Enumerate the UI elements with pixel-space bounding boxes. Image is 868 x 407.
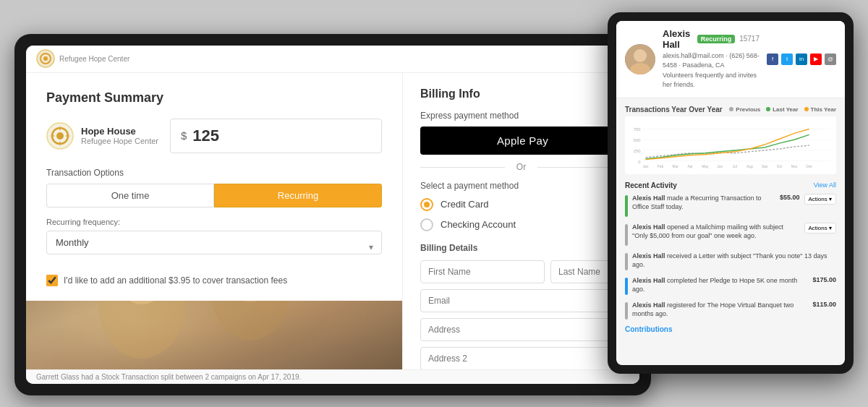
email-row xyxy=(420,289,622,312)
crm-social-icons: f t in ▶ @ xyxy=(767,53,836,65)
contributions-link[interactable]: Contributions xyxy=(625,325,836,333)
legend-previous: Previous xyxy=(729,106,760,113)
svg-text:250: 250 xyxy=(634,148,642,153)
checking-account-method[interactable]: Checking Account xyxy=(420,218,622,231)
recurring-freq-wrapper: Monthly xyxy=(46,231,382,265)
svg-text:500: 500 xyxy=(634,138,642,142)
fee-checkbox-row: I'd like to add an additional $3.95 to c… xyxy=(46,275,382,286)
linkedin-icon[interactable]: in xyxy=(796,53,807,65)
amount-box[interactable]: $ 125 xyxy=(170,119,382,153)
activity-item: Alexis Hall made a Recurring Transaction… xyxy=(625,194,836,217)
chart-area: 750 500 250 0 Jan Feb Mar Apr May Jun Ju… xyxy=(625,116,836,174)
recurring-badge: Recurring xyxy=(697,35,736,43)
address2-input[interactable] xyxy=(420,347,622,369)
front-screen: Alexis Hall Recurring 15717 alexis.hall@… xyxy=(616,21,845,365)
apple-pay-button[interactable]: Apple Pay xyxy=(420,127,622,155)
activity-text-wrap: Alexis Hall received a Letter with subje… xyxy=(632,252,836,270)
activity-bar-gray xyxy=(625,224,628,246)
crm-volunteer-note: Volunteers frequently and invites her fr… xyxy=(663,71,760,90)
legend-dot-last-year xyxy=(766,107,770,111)
transaction-options-label: Transaction Options xyxy=(46,168,382,178)
crm-header: Alexis Hall Recurring 15717 alexis.hall@… xyxy=(616,21,845,98)
org-name: Hope House xyxy=(81,126,158,137)
avatar-illustration xyxy=(625,44,655,74)
org-text: Hope House Refugee Hope Center xyxy=(81,126,158,145)
fee-checkbox[interactable] xyxy=(46,275,58,286)
org-amount-row: Hope House Refugee Hope Center $ 125 xyxy=(46,119,382,153)
activity-amount: $115.00 xyxy=(812,301,836,308)
activity-item: Alexis Hall registered for The Hope Virt… xyxy=(625,301,836,320)
activity-text: Alexis Hall completed her Pledge to Hope… xyxy=(632,276,808,294)
payment-form: Payment Summary xyxy=(26,73,402,301)
activity-bar-gray3 xyxy=(625,302,628,320)
back-content: Payment Summary xyxy=(26,73,639,369)
actions-button[interactable]: Actions ▾ xyxy=(804,194,836,205)
recent-activity: Recent Activity View All Alexis Hall mad… xyxy=(625,181,836,333)
back-footer: Garrett Glass had a Stock Transaction sp… xyxy=(26,369,639,384)
activity-item: Alexis Hall received a Letter with subje… xyxy=(625,252,836,270)
activity-text-wrap: Alexis Hall opened a Mailchimp mailing w… xyxy=(632,223,800,241)
checking-account-radio[interactable] xyxy=(420,218,433,231)
crm-name: Alexis Hall xyxy=(663,28,693,50)
payment-methods: Credit Card Checking Account xyxy=(420,198,622,231)
svg-text:Jun: Jun xyxy=(717,165,723,168)
recurring-freq-label: Recurring frequency: xyxy=(46,218,382,226)
activity-text: Alexis Hall opened a Mailchimp mailing w… xyxy=(632,223,800,241)
svg-text:Feb: Feb xyxy=(658,165,664,168)
first-name-input[interactable] xyxy=(420,260,545,283)
legend-this-year: This Year xyxy=(804,106,836,113)
email-input[interactable] xyxy=(420,289,622,312)
fee-label: I'd like to add an additional $3.95 to c… xyxy=(64,275,287,286)
svg-point-2 xyxy=(43,56,48,61)
payment-panel: Payment Summary xyxy=(26,73,402,369)
twitter-icon[interactable]: t xyxy=(781,53,793,65)
apple-pay-text: Apple Pay xyxy=(497,134,548,147)
activity-bar-green xyxy=(625,195,628,217)
activity-text: Alexis Hall registered for The Hope Virt… xyxy=(632,301,808,319)
select-payment-method-label: Select a payment method xyxy=(420,181,622,191)
activity-text-wrap: Alexis Hall made a Recurring Transaction… xyxy=(632,194,775,212)
credit-card-method[interactable]: Credit Card xyxy=(420,198,622,211)
activity-bar-blue xyxy=(625,278,628,295)
crm-id: 15717 xyxy=(739,35,760,43)
email-icon[interactable]: @ xyxy=(825,53,836,65)
amount-dollar-sign: $ xyxy=(181,129,187,142)
footer-text: Garrett Glass had a Stock Transaction sp… xyxy=(36,373,301,381)
activity-amount: $55.00 xyxy=(780,194,800,201)
svg-point-6 xyxy=(56,132,64,140)
transaction-buttons: One time Recurring xyxy=(46,184,382,207)
svg-text:Jul: Jul xyxy=(733,165,737,168)
logo-text: Refugee Hope Center xyxy=(59,55,129,63)
recurring-button[interactable]: Recurring xyxy=(214,184,382,207)
svg-text:May: May xyxy=(702,165,709,168)
one-time-button[interactable]: One time xyxy=(46,184,214,207)
credit-card-radio[interactable] xyxy=(420,198,433,211)
checking-account-label: Checking Account xyxy=(441,219,516,230)
activity-amount: $175.00 xyxy=(812,276,836,283)
youtube-icon[interactable]: ▶ xyxy=(810,53,822,65)
crm-name-row: Alexis Hall Recurring 15717 xyxy=(663,28,760,50)
activity-text: Alexis Hall received a Letter with subje… xyxy=(632,252,836,270)
topbar: ✦ Refugee Hope Center xyxy=(26,46,639,73)
svg-text:0: 0 xyxy=(638,159,641,163)
chart-title: Transactions Year Over Year Previous Las… xyxy=(625,106,836,113)
address-input[interactable] xyxy=(420,318,622,341)
billing-header: Billing Info 🔒 xyxy=(420,87,622,100)
activity-text: Alexis Hall made a Recurring Transaction… xyxy=(632,194,775,212)
svg-text:750: 750 xyxy=(634,127,642,132)
crm-avatar xyxy=(625,44,655,74)
legend-last-year: Last Year xyxy=(766,106,798,113)
svg-point-14 xyxy=(634,49,647,62)
radio-selected-indicator xyxy=(424,202,430,207)
org-logo-icon: ✦ xyxy=(36,49,55,68)
address-row xyxy=(420,318,622,341)
svg-text:Nov: Nov xyxy=(791,165,798,168)
crm-header-info: Alexis Hall Recurring 15717 alexis.hall@… xyxy=(663,28,760,90)
facebook-icon[interactable]: f xyxy=(767,53,778,65)
recurring-freq-select[interactable]: Monthly xyxy=(46,231,382,254)
actions-button[interactable]: Actions ▾ xyxy=(804,223,836,234)
org-logo-icon xyxy=(46,122,74,150)
activity-header: Recent Activity View All xyxy=(625,181,836,189)
view-all-link[interactable]: View All xyxy=(814,181,836,189)
activity-actions: Actions ▾ xyxy=(804,223,836,234)
